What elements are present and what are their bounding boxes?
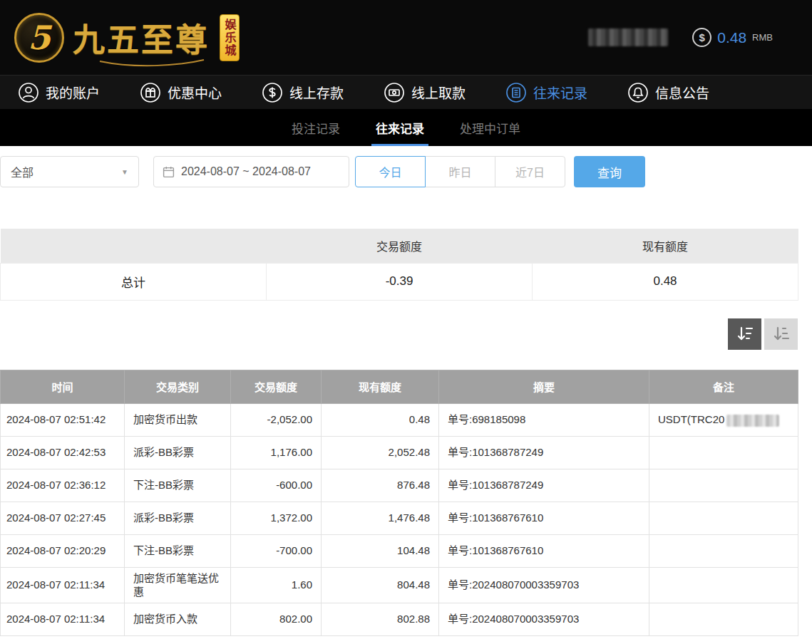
filter-bar: 全部 ▼ 2024-08-07 ~ 2024-08-07 今日 昨日 近7日 查… xyxy=(0,146,812,197)
cell-amount: -700.00 xyxy=(231,534,322,567)
cell-summary: 单号:202408070003359703 xyxy=(439,603,649,635)
cell-amount: 1,372.00 xyxy=(231,502,322,534)
cell-summary: 单号:101368787249 xyxy=(439,436,649,469)
sort-ascending-button[interactable] xyxy=(764,318,798,350)
sort-controls xyxy=(0,318,812,350)
cell-time: 2024-08-07 02:11:34 xyxy=(1,603,125,635)
nav-label: 优惠中心 xyxy=(168,83,222,102)
cell-amount: -2,052.00 xyxy=(231,403,322,436)
brand-logo[interactable]: 5 九五至尊 娱乐城 xyxy=(14,13,240,63)
quick-range-group: 今日 昨日 近7日 xyxy=(355,156,565,187)
cell-balance: 0.48 xyxy=(322,403,439,436)
nav-item-transaction-records[interactable]: 往来记录 xyxy=(505,82,587,103)
records-icon xyxy=(505,82,527,103)
summary-header-row: 交易额度 现有额度 xyxy=(1,229,798,263)
col-header-remark: 备注 xyxy=(649,370,798,403)
tab-betting-records[interactable]: 投注记录 xyxy=(287,109,344,146)
nav-item-deposit[interactable]: 线上存款 xyxy=(262,82,344,103)
balance-currency: RMB xyxy=(752,32,773,43)
main-nav: 我的账户 优惠中心 线上存款 xyxy=(0,75,812,109)
cell-summary: 单号:101368767610 xyxy=(439,534,649,567)
nav-label: 我的账户 xyxy=(46,83,100,102)
cell-remark xyxy=(649,603,798,635)
col-header-type: 交易类别 xyxy=(125,370,231,403)
quick-last7days-button[interactable]: 近7日 xyxy=(495,156,565,187)
cell-balance: 804.48 xyxy=(322,567,439,603)
summary-table: 交易额度 现有额度 总计 -0.39 0.48 xyxy=(0,229,798,301)
account-area: $ 0.48 RMB xyxy=(588,28,773,47)
cell-type: 下注-BB彩票 xyxy=(125,469,231,502)
remark-text: USDT(TRC20 xyxy=(658,413,724,425)
cell-summary: 单号:202408070003359703 xyxy=(439,567,649,603)
cell-time: 2024-08-07 02:11:34 xyxy=(1,567,125,603)
summary-total-label: 总计 xyxy=(1,263,267,300)
cell-amount: -600.00 xyxy=(231,469,322,502)
cell-type: 加密货币笔笔送优惠 xyxy=(125,567,231,603)
date-range-input[interactable]: 2024-08-07 ~ 2024-08-07 xyxy=(153,156,349,187)
summary-header-balance: 现有额度 xyxy=(533,229,798,263)
cell-type: 加密货币入款 xyxy=(125,603,231,635)
site-header: 5 九五至尊 娱乐城 $ 0.48 RMB xyxy=(0,0,812,75)
cell-balance: 876.48 xyxy=(322,469,439,502)
table-row: 2024-08-07 02:11:34 加密货币入款 802.00 802.88… xyxy=(1,603,798,635)
search-button[interactable]: 查询 xyxy=(574,156,645,187)
col-header-time: 时间 xyxy=(1,370,125,403)
cell-summary: 单号:101368767610 xyxy=(439,502,649,534)
nav-item-withdraw[interactable]: 线上取款 xyxy=(384,82,466,103)
cell-remark xyxy=(649,436,798,469)
table-row: 2024-08-07 02:42:53 派彩-BB彩票 1,176.00 2,0… xyxy=(1,436,798,469)
cell-amount: 802.00 xyxy=(231,603,322,635)
brand-glyph-icon: 5 xyxy=(14,13,64,63)
summary-header-transaction: 交易额度 xyxy=(267,229,533,263)
chevron-down-icon: ▼ xyxy=(121,168,128,176)
sort-descending-button[interactable] xyxy=(728,318,761,350)
brand-flourish-icon xyxy=(98,58,205,67)
summary-total-row: 总计 -0.39 0.48 xyxy=(1,263,798,300)
cell-remark xyxy=(649,502,798,534)
nav-item-my-account[interactable]: 我的账户 xyxy=(18,82,100,103)
cell-amount: 1.60 xyxy=(231,567,322,603)
cell-type: 派彩-BB彩票 xyxy=(125,436,231,469)
cell-balance: 2,052.48 xyxy=(322,436,439,469)
table-row: 2024-08-07 02:11:34 加密货币笔笔送优惠 1.60 804.4… xyxy=(1,567,798,603)
cell-remark xyxy=(649,567,798,603)
cell-type: 派彩-BB彩票 xyxy=(125,502,231,534)
date-range-value: 2024-08-07 ~ 2024-08-07 xyxy=(181,165,311,178)
table-row: 2024-08-07 02:20:29 下注-BB彩票 -700.00 104.… xyxy=(1,534,798,567)
nav-label: 信息公告 xyxy=(655,83,709,102)
cell-type: 加密货币出款 xyxy=(125,403,231,436)
quick-yesterday-button[interactable]: 昨日 xyxy=(425,156,495,187)
page: 5 九五至尊 娱乐城 $ 0.48 RMB 我的账户 xyxy=(0,0,812,636)
brand-name: 九五至尊 xyxy=(73,14,210,61)
records-table: 时间 交易类别 交易额度 现有额度 摘要 备注 2024-08-07 02:51… xyxy=(0,370,798,636)
table-row: 2024-08-07 02:27:45 派彩-BB彩票 1,372.00 1,4… xyxy=(1,502,798,534)
nav-item-promotions[interactable]: 优惠中心 xyxy=(140,82,222,103)
col-header-summary: 摘要 xyxy=(439,370,649,403)
username-censored xyxy=(588,28,668,46)
records-header-row: 时间 交易类别 交易额度 现有额度 摘要 备注 xyxy=(1,370,798,403)
summary-total-balance: 0.48 xyxy=(533,263,798,300)
cell-time: 2024-08-07 02:42:53 xyxy=(1,436,125,469)
type-filter-value: 全部 xyxy=(11,163,34,180)
balance-amount: 0.48 xyxy=(717,29,746,46)
nav-label: 线上取款 xyxy=(411,83,466,102)
gift-icon xyxy=(140,82,161,103)
bell-icon xyxy=(627,82,649,103)
col-header-amount: 交易额度 xyxy=(231,370,322,403)
cell-balance: 104.48 xyxy=(322,534,439,567)
calendar-icon xyxy=(163,166,175,178)
cell-time: 2024-08-07 02:20:29 xyxy=(1,534,125,567)
deposit-icon xyxy=(262,82,283,103)
tab-transaction-records[interactable]: 往来记录 xyxy=(371,109,428,146)
nav-item-announcements[interactable]: 信息公告 xyxy=(627,82,709,103)
withdraw-icon xyxy=(384,82,405,103)
nav-label: 往来记录 xyxy=(533,83,587,102)
type-filter-select[interactable]: 全部 ▼ xyxy=(0,156,139,187)
cell-balance: 1,476.48 xyxy=(322,502,439,534)
balance[interactable]: $ 0.48 RMB xyxy=(692,28,773,47)
table-row: 2024-08-07 02:51:42 加密货币出款 -2,052.00 0.4… xyxy=(1,403,798,436)
col-header-balance: 现有额度 xyxy=(322,370,439,403)
quick-today-button[interactable]: 今日 xyxy=(355,156,426,187)
cell-remark: USDT(TRC20 xyxy=(649,403,798,436)
tab-processing-orders[interactable]: 处理中订单 xyxy=(456,109,525,146)
